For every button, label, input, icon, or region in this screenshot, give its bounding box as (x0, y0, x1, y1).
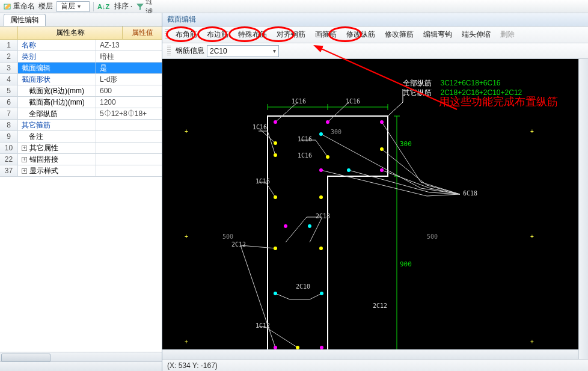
bar (326, 155, 329, 159)
row-value[interactable] (96, 143, 162, 153)
btn-bubian[interactable]: 布边筋 (202, 28, 233, 42)
row-index: 10 (0, 143, 18, 153)
v-scrollbar[interactable] (578, 59, 588, 359)
table-row[interactable]: 2类别暗柱 (0, 51, 162, 63)
expand-icon[interactable]: + (22, 168, 27, 174)
row-name: +显示样式 (18, 165, 96, 176)
col-val-header[interactable]: 属性值 (123, 26, 162, 39)
toolbar-grip[interactable] (165, 29, 168, 40)
table-row[interactable]: 9备注 (0, 131, 162, 143)
section-toolbar: 布角筋 布边筋 特殊布筋 对齐钢筋 画箍筋 修改纵筋 修改箍筋 编辑弯钩 端头伸… (162, 26, 588, 43)
grid-cross: + (530, 233, 534, 240)
btn-xiugai-zong[interactable]: 修改纵筋 (341, 28, 380, 42)
ruler-300: 300 (331, 129, 341, 135)
grid-header: 属性名称 属性值 (0, 26, 162, 40)
table-row[interactable]: 10+其它属性 (0, 143, 162, 154)
row-index: 6 (0, 97, 18, 108)
row-index: 3 (0, 63, 18, 73)
lbl: 1C12 (256, 322, 270, 329)
sort-btn[interactable]: A↓Z 排序 · (97, 1, 132, 11)
lbl: 2C12 (231, 241, 246, 248)
expand-icon[interactable]: + (22, 157, 27, 162)
separator (93, 2, 94, 11)
table-row[interactable]: 7全部纵筋5⏀12+8⏀18+ (0, 108, 162, 120)
grid-cross: + (530, 128, 534, 135)
table-row[interactable]: 6截面高(H边)(mm)1200 (0, 97, 162, 108)
row-value[interactable]: 暗柱 (96, 51, 162, 62)
rebar-info-combo[interactable]: 2C10 (207, 45, 279, 57)
btn-shanchu[interactable]: 删除 (495, 28, 519, 42)
row-value[interactable] (96, 120, 162, 130)
btn-duantou[interactable]: 端头伸缩 (457, 28, 495, 42)
row-name: 名称 (18, 40, 96, 51)
section-edit-panel: 截面编辑 布角筋 布边筋 特殊布筋 对齐钢筋 画箍筋 修改纵筋 修改箍筋 编辑弯… (162, 13, 588, 371)
h-scrollbar[interactable] (0, 352, 162, 361)
row-value[interactable]: 600 (96, 85, 162, 96)
floor-dropdown[interactable]: 首层 (57, 1, 90, 12)
row-value[interactable]: 5⏀12+8⏀18+ (96, 108, 162, 119)
row-name: 截面高(H边)(mm) (18, 97, 96, 108)
lbl: 2C10 (296, 283, 310, 290)
table-row[interactable]: 1名称AZ-13 (0, 40, 162, 51)
table-row[interactable]: 5截面宽(B边)(mm)600 (0, 85, 162, 97)
bar (308, 224, 311, 228)
col-name-header[interactable]: 属性名称 (18, 26, 123, 39)
property-panel: 属性编辑 属性名称 属性值 1名称AZ-132类别暗柱3截面编辑是4截面形状L-… (0, 13, 162, 371)
btn-xiugai-gu[interactable]: 修改箍筋 (380, 28, 418, 42)
rename-label: 重命名 (13, 1, 35, 11)
row-index: 2 (0, 51, 18, 62)
btn-teshu[interactable]: 特殊布筋 (233, 28, 272, 42)
rename-btn[interactable]: 重命名 (4, 1, 35, 11)
btn-bujiao[interactable]: 布角筋 (171, 28, 202, 42)
bar (320, 292, 323, 295)
table-row[interactable]: 3截面编辑是 (0, 63, 162, 74)
h-scrollbar-right[interactable] (162, 349, 578, 359)
bar (319, 132, 323, 136)
subbar-grip[interactable] (167, 46, 171, 57)
expand-icon[interactable]: + (22, 146, 27, 151)
lbl: 1C16 (346, 98, 360, 105)
rename-icon (4, 2, 12, 11)
row-index: 4 (0, 74, 18, 85)
funnel-icon (136, 2, 144, 11)
status-bar: (X: 534 Y: -167) (162, 359, 588, 371)
row-name: 截面形状 (18, 74, 96, 85)
ruler-500b: 500 (427, 233, 438, 240)
row-value[interactable]: 是 (96, 63, 162, 73)
table-row[interactable]: 37+显示样式 (0, 165, 162, 177)
sort-icon: A↓Z (97, 3, 109, 10)
property-grid[interactable]: 1名称AZ-132类别暗柱3截面编辑是4截面形状L-d形5截面宽(B边)(mm)… (0, 40, 162, 352)
lbl: 1C16 (292, 98, 306, 105)
row-index: 9 (0, 131, 18, 142)
grid-cross: + (185, 339, 188, 345)
tab-property-edit[interactable]: 属性编辑 (4, 14, 46, 26)
row-index: 22 (0, 154, 18, 165)
table-row[interactable]: 8其它箍筋 (0, 120, 162, 131)
bar (326, 120, 329, 124)
row-value[interactable] (96, 131, 162, 142)
row-value[interactable]: L-d形 (96, 74, 162, 85)
row-index: 1 (0, 40, 18, 51)
row-name: 其它箍筋 (18, 120, 96, 130)
info-allbars-val: 3C12+6C18+6C16 (440, 79, 500, 87)
bar (274, 247, 277, 250)
bar (347, 168, 351, 172)
btn-bianji-wg[interactable]: 编辑弯钩 (418, 28, 457, 42)
lbl: 1C16 (298, 152, 312, 159)
lbl: 2C18 (316, 213, 330, 219)
lbl: 6C18 (463, 190, 477, 197)
btn-duiqi[interactable]: 对齐钢筋 (272, 28, 310, 42)
bar (274, 195, 277, 199)
row-name: 类别 (18, 51, 96, 62)
row-value[interactable]: AZ-13 (96, 40, 162, 51)
table-row[interactable]: 4截面形状L-d形 (0, 74, 162, 85)
row-value[interactable]: 1200 (96, 97, 162, 108)
btn-huagu[interactable]: 画箍筋 (310, 28, 341, 42)
bar (380, 168, 384, 172)
lbl: 1C16 (253, 124, 267, 130)
ruler-500a: 500 (222, 233, 233, 240)
row-value[interactable] (96, 165, 162, 176)
table-row[interactable]: 22+锚固搭接 (0, 154, 162, 165)
row-value[interactable] (96, 154, 162, 165)
lbl: 2C12 (373, 302, 387, 309)
